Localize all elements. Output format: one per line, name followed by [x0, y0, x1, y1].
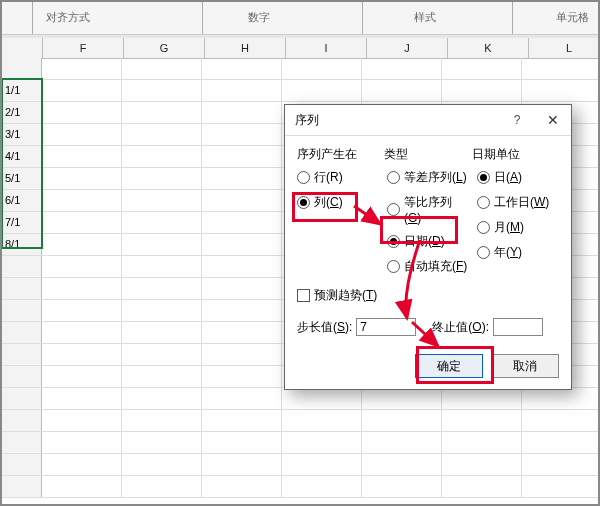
- cell[interactable]: [202, 146, 282, 167]
- cell[interactable]: [122, 124, 202, 145]
- cell[interactable]: [202, 278, 282, 299]
- cell[interactable]: [202, 80, 282, 101]
- cell[interactable]: [122, 432, 202, 453]
- radio-auto[interactable]: 自动填充(F): [387, 258, 469, 275]
- cell[interactable]: [522, 58, 598, 79]
- cell[interactable]: [522, 454, 598, 475]
- cell[interactable]: [122, 366, 202, 387]
- cell[interactable]: [282, 58, 362, 79]
- radio-col[interactable]: 列(C): [297, 194, 379, 211]
- cell[interactable]: [202, 168, 282, 189]
- cell[interactable]: [362, 80, 442, 101]
- cell[interactable]: [42, 146, 122, 167]
- row-header[interactable]: [2, 344, 42, 365]
- cell[interactable]: [362, 476, 442, 497]
- cell[interactable]: [442, 58, 522, 79]
- stop-input[interactable]: [493, 318, 543, 336]
- cell[interactable]: [442, 476, 522, 497]
- cell[interactable]: [202, 102, 282, 123]
- cell[interactable]: [362, 410, 442, 431]
- cell[interactable]: [362, 432, 442, 453]
- cell[interactable]: [42, 300, 122, 321]
- radio-month[interactable]: 月(M): [477, 219, 559, 236]
- cell[interactable]: [42, 212, 122, 233]
- cell[interactable]: [122, 388, 202, 409]
- cell[interactable]: [42, 124, 122, 145]
- cell[interactable]: [522, 80, 598, 101]
- radio-row[interactable]: 行(R): [297, 169, 379, 186]
- cell[interactable]: [202, 124, 282, 145]
- cell[interactable]: [282, 454, 362, 475]
- cell[interactable]: [522, 410, 598, 431]
- cell[interactable]: [42, 256, 122, 277]
- cell[interactable]: [202, 454, 282, 475]
- radio-geom[interactable]: 等比序列(G): [387, 194, 469, 225]
- row-header[interactable]: [2, 410, 42, 431]
- cell[interactable]: [362, 454, 442, 475]
- cell[interactable]: [122, 80, 202, 101]
- cell[interactable]: [122, 256, 202, 277]
- cell[interactable]: [42, 168, 122, 189]
- row-header[interactable]: [2, 256, 42, 277]
- cell[interactable]: [42, 234, 122, 255]
- cell[interactable]: [282, 476, 362, 497]
- radio-date[interactable]: 日期(D): [387, 233, 469, 250]
- col-header[interactable]: L: [529, 38, 598, 58]
- radio-year[interactable]: 年(Y): [477, 244, 559, 261]
- cell[interactable]: [42, 432, 122, 453]
- cell[interactable]: [202, 256, 282, 277]
- cell[interactable]: [202, 190, 282, 211]
- cell[interactable]: [522, 476, 598, 497]
- cell[interactable]: [282, 432, 362, 453]
- cell[interactable]: [122, 190, 202, 211]
- row-header[interactable]: [2, 476, 42, 497]
- cell[interactable]: [442, 454, 522, 475]
- cell[interactable]: [42, 454, 122, 475]
- col-header[interactable]: I: [286, 38, 367, 58]
- cell[interactable]: [282, 410, 362, 431]
- cell[interactable]: [202, 300, 282, 321]
- cell[interactable]: [42, 344, 122, 365]
- cell[interactable]: [42, 366, 122, 387]
- cell[interactable]: [202, 344, 282, 365]
- cell[interactable]: [362, 388, 442, 409]
- cell[interactable]: [42, 410, 122, 431]
- cell[interactable]: [122, 278, 202, 299]
- step-input[interactable]: [356, 318, 416, 336]
- cancel-button[interactable]: 取消: [491, 354, 559, 378]
- cell[interactable]: [42, 388, 122, 409]
- row-header[interactable]: [2, 58, 42, 79]
- cell[interactable]: [122, 58, 202, 79]
- cell[interactable]: [42, 58, 122, 79]
- help-button[interactable]: ?: [499, 105, 535, 135]
- cell[interactable]: [202, 410, 282, 431]
- cell[interactable]: [122, 102, 202, 123]
- cell[interactable]: [522, 432, 598, 453]
- cell[interactable]: [122, 212, 202, 233]
- cell[interactable]: [42, 190, 122, 211]
- cell[interactable]: [122, 168, 202, 189]
- radio-wday[interactable]: 工作日(W): [477, 194, 559, 211]
- cell[interactable]: [202, 322, 282, 343]
- row-header[interactable]: [2, 278, 42, 299]
- row-header[interactable]: [2, 454, 42, 475]
- trend-checkbox[interactable]: 预测趋势(T): [297, 287, 559, 304]
- cell[interactable]: [202, 432, 282, 453]
- cell[interactable]: [122, 322, 202, 343]
- ok-button[interactable]: 确定: [415, 354, 483, 378]
- cell[interactable]: [202, 476, 282, 497]
- cell[interactable]: [122, 454, 202, 475]
- row-header[interactable]: [2, 300, 42, 321]
- cell[interactable]: [202, 388, 282, 409]
- radio-arith[interactable]: 等差序列(L): [387, 169, 469, 186]
- col-header[interactable]: F: [43, 38, 124, 58]
- cell[interactable]: [122, 344, 202, 365]
- cell[interactable]: [122, 476, 202, 497]
- cell[interactable]: [442, 388, 522, 409]
- radio-day[interactable]: 日(A): [477, 169, 559, 186]
- col-header[interactable]: G: [124, 38, 205, 58]
- cell[interactable]: [42, 278, 122, 299]
- row-header[interactable]: [2, 432, 42, 453]
- close-button[interactable]: ✕: [535, 105, 571, 135]
- dialog-titlebar[interactable]: 序列 ? ✕: [285, 105, 571, 136]
